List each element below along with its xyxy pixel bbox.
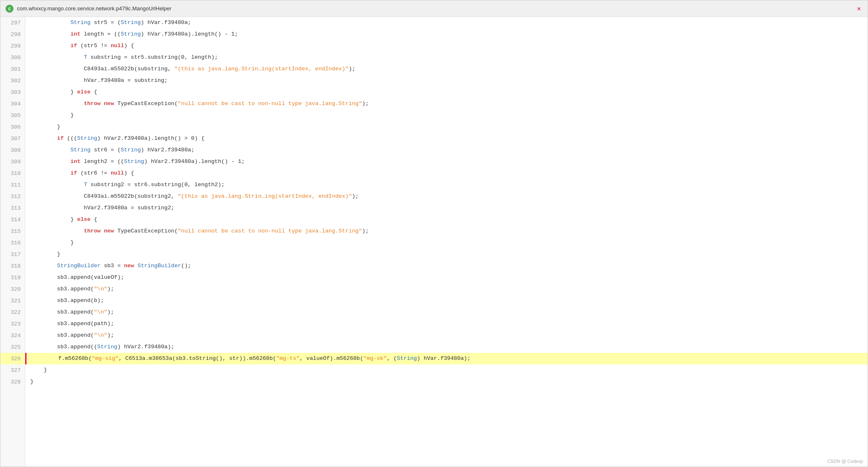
code-line-323: sb3.append(path); — [25, 318, 868, 330]
ln-317: 317 — [0, 249, 25, 260]
code-line-304: throw new TypeCastException("null cannot… — [25, 98, 868, 110]
watermark: CSDN @ Codexp — [827, 459, 863, 464]
ln-325: 325 — [0, 341, 25, 353]
code-line-309: int length2 = ((String) hVar2.f39480a).l… — [25, 156, 868, 168]
ln-328: 328 — [0, 376, 25, 388]
code-line-301: C8493ai.m55022b(substring, "(this as jav… — [25, 63, 868, 75]
svg-text:C: C — [8, 7, 11, 12]
code-line-314: } else { — [25, 214, 868, 225]
ln-308: 308 — [0, 144, 25, 156]
ln-320: 320 — [0, 283, 25, 295]
code-line-318: StringBuilder sb3 = new StringBuilder(); — [25, 260, 868, 272]
code-line-302: hVar.f39480a = substring; — [25, 75, 868, 86]
code-line-322: sb3.append("\n"); — [25, 307, 868, 318]
code-line-319: sb3.append(valueOf); — [25, 272, 868, 283]
ln-312: 312 — [0, 191, 25, 202]
ln-324: 324 — [0, 330, 25, 341]
code-line-308: String str6 = (String) hVar2.f39480a; — [25, 144, 868, 156]
code-line-327: } — [25, 364, 868, 376]
code-line-306: } — [25, 121, 868, 133]
code-line-328: } — [25, 376, 868, 388]
code-line-299: if (str5 != null) { — [25, 40, 868, 52]
ln-322: 322 — [0, 307, 25, 318]
code-line-303: } else { — [25, 86, 868, 98]
code-line-320: sb3.append("\n"); — [25, 283, 868, 295]
ln-315: 315 — [0, 225, 25, 237]
ln-327: 327 — [0, 364, 25, 376]
ln-304: 304 — [0, 98, 25, 110]
ln-299: 299 — [0, 40, 25, 52]
code-line-300: T substring = str5.substring(0, length); — [25, 52, 868, 63]
ln-319: 319 — [0, 272, 25, 283]
code-line-317: } — [25, 249, 868, 260]
ln-316: 316 — [0, 237, 25, 249]
tab-title: com.whxxcy.mango.core.service.network.p4… — [17, 5, 852, 12]
code-line-311: T substring2 = str6.substring(0, length2… — [25, 179, 868, 191]
ln-305: 305 — [0, 110, 25, 121]
ln-301: 301 — [0, 63, 25, 75]
ln-326: 326 — [0, 353, 25, 364]
ln-297: 297 — [0, 17, 25, 29]
code-line-324: sb3.append("\n"); — [25, 330, 868, 341]
code-line-325: sb3.append((String) hVar2.f39480a); — [25, 341, 868, 353]
code-line-316: } — [25, 237, 868, 249]
ln-302: 302 — [0, 75, 25, 86]
ln-313: 313 — [0, 202, 25, 214]
ln-318: 318 — [0, 260, 25, 272]
ln-310: 310 — [0, 168, 25, 179]
code-line-312: C8493ai.m55022b(substring2, "(this as ja… — [25, 191, 868, 202]
file-icon: C — [5, 5, 14, 13]
code-line-305: } — [25, 110, 868, 121]
code-line-297: String str5 = (String) hVar.f39480a; — [25, 17, 868, 29]
code-line-321: sb3.append(b); — [25, 295, 868, 307]
ln-321: 321 — [0, 295, 25, 307]
line-numbers: 297 298 299 300 301 302 303 304 305 306 … — [0, 17, 25, 467]
ln-309: 309 — [0, 156, 25, 168]
main-window: C com.whxxcy.mango.core.service.network.… — [0, 0, 868, 467]
ln-323: 323 — [0, 318, 25, 330]
ln-314: 314 — [0, 214, 25, 225]
ln-298: 298 — [0, 29, 25, 40]
code-line-326: f.m56268b("mg-sig", C6513a.m38653a(sb3.t… — [25, 353, 868, 364]
code-lines: String str5 = (String) hVar.f39480a; int… — [25, 17, 868, 467]
close-button[interactable]: ✕ — [855, 5, 863, 12]
title-bar: C com.whxxcy.mango.core.service.network.… — [0, 0, 868, 17]
code-line-313: hVar2.f39480a = substring2; — [25, 202, 868, 214]
ln-300: 300 — [0, 52, 25, 63]
code-line-310: if (str6 != null) { — [25, 168, 868, 179]
code-line-315: throw new TypeCastException("null cannot… — [25, 225, 868, 237]
code-editor: 297 298 299 300 301 302 303 304 305 306 … — [0, 17, 868, 467]
ln-306: 306 — [0, 121, 25, 133]
ln-311: 311 — [0, 179, 25, 191]
ln-303: 303 — [0, 86, 25, 98]
code-line-298: int length = ((String) hVar.f39480a).len… — [25, 29, 868, 40]
code-line-307: if (((String) hVar2.f39480a).length() > … — [25, 133, 868, 144]
ln-307: 307 — [0, 133, 25, 144]
